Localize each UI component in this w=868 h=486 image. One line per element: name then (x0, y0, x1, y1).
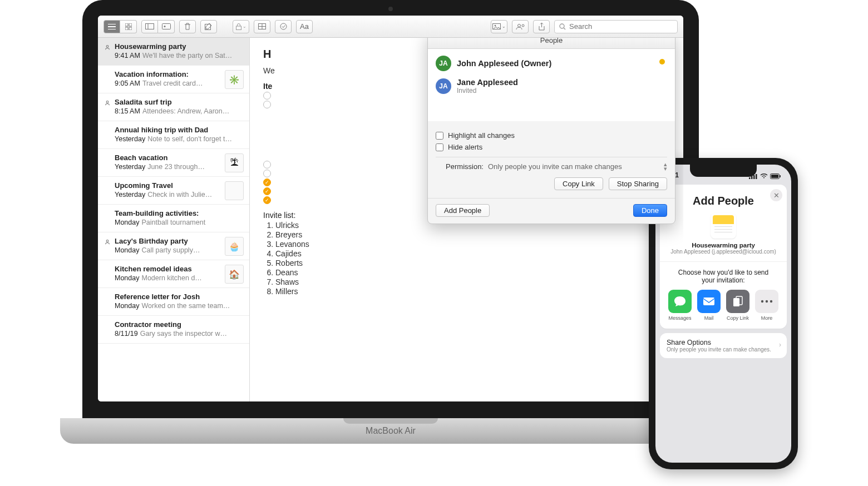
notes-app-window: ⌄ Aa ⌄ Housewarming party9:41 AMWe'll ha… (98, 16, 683, 401)
person-row[interactable]: JAJohn Appleseed (Owner) (435, 52, 668, 75)
svg-point-7 (164, 26, 165, 27)
collaborate-button[interactable] (512, 20, 529, 33)
svg-rect-28 (771, 175, 778, 178)
note-list-item[interactable]: Upcoming TravelYesterdayCheck in with Ju… (98, 177, 249, 205)
share-options-row[interactable]: Share Options Only people you invite can… (660, 333, 787, 358)
table-button[interactable] (254, 20, 270, 33)
laptop-bezel: ⌄ Aa ⌄ Housewarming party9:41 AMWe'll ha… (82, 0, 699, 418)
hide-alerts-checkbox[interactable]: Hide alerts (436, 143, 667, 151)
more-icon (755, 290, 778, 313)
note-meta: MondayWorked on the same team… (115, 302, 240, 310)
note-title: Annual hiking trip with Dad (115, 126, 226, 134)
share-sheet-title: Add People (665, 195, 781, 207)
highlight-changes-checkbox[interactable]: Highlight all changes (436, 131, 667, 140)
shared-icon (105, 239, 110, 245)
delete-button[interactable] (179, 20, 196, 33)
svg-point-33 (761, 300, 763, 302)
chevron-right-icon: › (779, 341, 781, 349)
svg-rect-29 (780, 175, 781, 177)
popover-title: People (428, 38, 675, 49)
camera-dot (388, 7, 393, 11)
invite-item: Shaws (275, 277, 670, 286)
svg-rect-30 (703, 297, 714, 305)
note-title: Saladita surf trip (115, 98, 226, 106)
invite-item: Levanons (275, 240, 670, 249)
invite-method-copy-link[interactable]: Copy Link (726, 290, 749, 321)
window-body: Housewarming party9:41 AMWe'll have the … (98, 38, 683, 401)
table-icon (258, 23, 266, 29)
search-input[interactable] (569, 22, 673, 31)
note-list-item[interactable]: Beach vacationYesterdayJune 23 through…🏝 (98, 149, 249, 177)
format-icon: Aa (300, 22, 309, 31)
invite-method-more[interactable]: More (755, 290, 778, 321)
macbook-frame: ⌄ Aa ⌄ Housewarming party9:41 AMWe'll ha… (60, 0, 721, 459)
svg-rect-26 (756, 174, 757, 179)
invite-list: UlricksBreyersLevanonsCajidesRobertsDean… (275, 221, 670, 296)
stop-sharing-button[interactable]: Stop Sharing (609, 177, 667, 190)
note-thumbnail: 🏠 (225, 265, 244, 284)
share-sheet-header: ✕ Add People Housewarming party John App… (660, 185, 787, 261)
person-row[interactable]: JAJane AppleseedInvited (435, 75, 668, 98)
note-list-item[interactable]: Saladita surf trip8:15 AMAttendees: Andr… (98, 93, 249, 121)
add-people-icon (516, 23, 525, 30)
note-thumbnail (225, 181, 244, 200)
notes-list[interactable]: Housewarming party9:41 AMWe'll have the … (98, 38, 250, 401)
note-editor[interactable]: H We Ite ✓ ✓ ✓ Invite list: UlricksBreye… (250, 38, 683, 401)
note-list-item[interactable]: Contractor meeting8/11/19Gary says the i… (98, 316, 249, 344)
svg-rect-23 (749, 177, 751, 179)
close-button[interactable]: ✕ (770, 189, 782, 201)
note-list-item[interactable]: Team-building activities:MondayPaintball… (98, 205, 249, 232)
svg-point-34 (766, 300, 768, 302)
note-list-item[interactable]: Lacy's Birthday partyMondayCall party su… (98, 232, 249, 260)
search-field[interactable] (554, 20, 678, 33)
invite-method-messages[interactable]: Messages (668, 290, 692, 321)
grid-icon (125, 23, 132, 30)
chat-icon (668, 290, 692, 313)
share-options-title: Share Options (667, 339, 780, 346)
permission-row[interactable]: Permission: Only people you invite can m… (436, 157, 667, 171)
grid-view-button[interactable] (120, 20, 137, 33)
new-note-button[interactable] (200, 20, 217, 33)
shared-icon (105, 100, 110, 106)
copy-icon (726, 290, 749, 313)
svg-rect-6 (162, 24, 170, 29)
avatar: JA (436, 56, 451, 71)
note-list-item[interactable]: Annual hiking trip with DadYesterdayNote… (98, 121, 249, 149)
note-list-item[interactable]: Reference letter for JoshMondayWorked on… (98, 288, 249, 316)
lock-button[interactable]: ⌄ (233, 20, 249, 33)
svg-point-20 (106, 46, 108, 48)
note-title: Reference letter for Josh (115, 292, 226, 301)
share-button[interactable] (533, 20, 550, 33)
invite-method-mail[interactable]: Mail (697, 290, 721, 321)
invite-methods-row: MessagesMailCopy LinkMore (665, 290, 781, 321)
done-button[interactable]: Done (633, 204, 667, 217)
share-icon (539, 23, 545, 31)
svg-rect-9 (236, 26, 241, 30)
add-people-button[interactable]: Add People (436, 204, 490, 217)
attachments-button[interactable] (158, 20, 175, 33)
toolbar: ⌄ Aa ⌄ (98, 16, 683, 38)
invite-item: Breyers (275, 230, 670, 239)
checklist-button[interactable] (275, 20, 292, 33)
media-button[interactable]: ⌄ (491, 20, 507, 33)
sidebar-toggle-button[interactable] (141, 20, 158, 33)
svg-rect-24 (751, 176, 753, 179)
list-view-button[interactable] (103, 20, 120, 33)
note-meta: MondayPaintball tournament (115, 219, 240, 226)
copy-link-button[interactable]: Copy Link (554, 177, 603, 190)
svg-point-13 (280, 23, 287, 29)
svg-line-19 (564, 28, 565, 29)
note-thumbnail: 🧁 (225, 237, 244, 256)
note-meta: MondayCall party supply… (115, 246, 240, 254)
note-title: Vacation information: (115, 70, 226, 78)
note-list-item[interactable]: Housewarming party9:41 AMWe'll have the … (98, 38, 249, 66)
status-bar: 9:41 (655, 165, 791, 180)
format-button[interactable]: Aa (296, 20, 313, 33)
svg-rect-3 (129, 27, 132, 30)
svg-point-22 (106, 240, 108, 242)
note-list-item[interactable]: Kitchen remodel ideasMondayModern kitche… (98, 260, 249, 288)
share-sheet: ✕ Add People Housewarming party John App… (660, 185, 787, 329)
svg-rect-1 (129, 23, 132, 26)
note-list-item[interactable]: Vacation information:9:05 AMTravel credi… (98, 66, 249, 93)
svg-rect-0 (125, 23, 128, 26)
